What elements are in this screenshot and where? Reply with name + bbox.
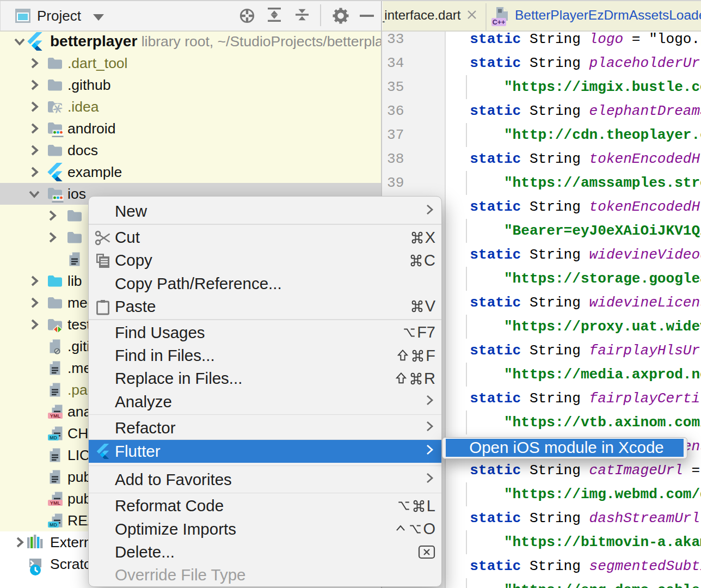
svg-text:YML: YML	[50, 500, 61, 506]
svg-text:YML: YML	[50, 413, 61, 419]
svg-text:MD: MD	[50, 522, 57, 528]
svg-text:MD: MD	[50, 435, 57, 440]
svg-text:C++: C++	[493, 19, 506, 26]
